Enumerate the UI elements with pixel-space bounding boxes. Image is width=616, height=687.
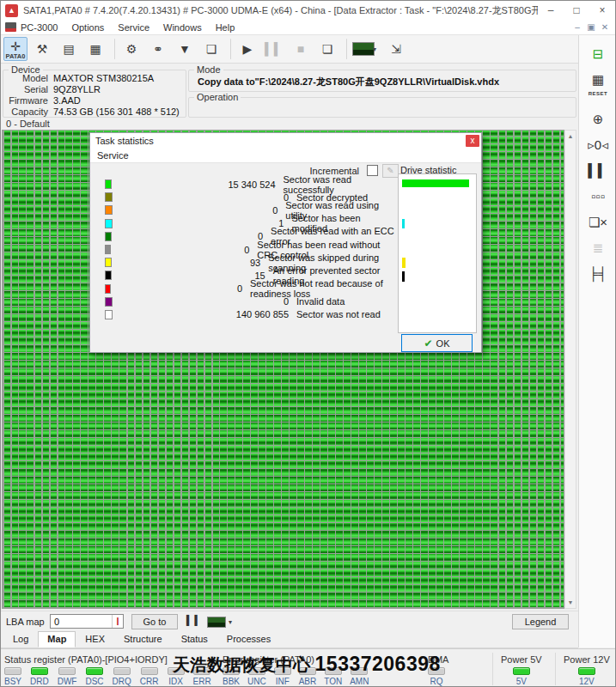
map-style-dropdown[interactable]: ▾ [205,614,240,629]
menu-service[interactable]: Service [118,22,158,33]
menu-pc-3000[interactable]: PC-3000 [21,22,66,33]
tab-processes[interactable]: Processes [217,631,280,647]
stop-button[interactable]: ■ [289,37,313,61]
statusbar-separator [555,653,556,685]
operation-panel-label: Operation [194,92,241,102]
map-pause-button[interactable]: ▍▍ [186,615,202,629]
statistics-row: 15 340 524 Sector was read successfully [90,178,396,191]
led-indicator [578,667,595,675]
legend-color-swatch [105,258,112,267]
power-12v-group: Power 12V 12V [564,654,610,686]
mdi-restore-button[interactable]: ▣ [586,22,596,32]
led-label: AMN [350,677,369,686]
ok-button-label: OK [436,338,450,349]
device-panel-label: Device [9,64,43,75]
led-indicator [86,667,103,675]
tab-status[interactable]: Status [172,631,217,647]
exit-button[interactable]: ⇲ [384,37,408,61]
head-test-icon[interactable]: ⊕ [593,112,604,126]
map-scrollbar[interactable]: ▲ ▼ [564,130,576,609]
right-toolbar: ⊟ ▦ RESET ⊕ ▹0◃ ▍▍ ▫▫ [578,35,616,647]
legend-button[interactable]: Legend [512,614,569,629]
scroll-down-icon[interactable]: ▼ [568,597,574,608]
chevron-down-icon: ▾ [229,618,232,626]
goto-button[interactable]: Go to [131,614,178,629]
register-led: CRR [140,667,159,686]
search-binoculars-button[interactable]: ⚭ [146,37,170,61]
led-label: ERR [193,677,211,686]
device-info-row: Capacity 74.53 GB (156 301 488 * 512) [3,106,186,118]
dialog-title-bar[interactable]: Task statistics x [90,133,481,149]
toolbar-separator[interactable] [346,39,347,59]
toolbar-icon: ⚒ [37,42,48,56]
script-button[interactable]: ▤ [57,37,81,61]
statistics-row: 0 Sector was not read because of readine… [90,283,396,295]
tab-map[interactable]: Map [38,631,76,647]
report-button[interactable]: ▦ [83,37,107,61]
play-button[interactable]: ▶ [235,37,259,61]
legend-color-swatch [105,284,111,294]
device-info-row: Firmware 3.AAD [3,95,186,106]
right-toolbar-icon: ❏× [589,216,607,229]
pause-task-icon[interactable]: ▍▍ [588,164,607,178]
minimize-button[interactable]: – [538,1,564,20]
toolbar-icon: ▍▍ [265,42,284,56]
heads-zero-icon[interactable]: ▹0◃ [588,138,607,152]
queue-play-icon[interactable]: ≣ [593,241,604,255]
statistic-value: 0 [113,296,289,307]
status-bar: Status register (PATA0)-[PIO4+IORDY] BSY… [1,648,616,687]
power-connector-icon[interactable]: ╞╡ [589,267,607,281]
dialog-menu-service[interactable]: Service [97,150,129,161]
app-logo-icon: ▲ [5,4,18,17]
device-field-label: Serial [3,84,48,95]
tab-hex[interactable]: HEX [76,631,114,647]
drive-statistic-bar [402,271,405,282]
dialog-close-button[interactable]: x [466,135,479,147]
right-toolbar-icon-label: RESET [589,87,608,100]
led-label: DRD [30,677,49,686]
tab-structure[interactable]: Structure [114,631,172,647]
filter-button[interactable]: ▼ [173,37,197,61]
map-view-button[interactable]: ▾ [351,37,375,61]
led-indicator [58,667,76,675]
menu-options[interactable]: Options [71,22,113,33]
led-indicator [4,667,21,675]
map-thumbnail-icon [352,42,375,56]
menu-windows[interactable]: Windows [163,22,210,33]
legend-color-swatch [105,205,113,215]
ok-button[interactable]: ✔ OK [401,334,473,352]
copies-button[interactable]: ❏ [315,37,339,61]
scroll-up-icon[interactable]: ▲ [568,131,574,142]
legend-color-swatch [105,219,113,228]
delete-copies-icon[interactable]: ❏× [589,216,607,229]
led-label: 5V [516,677,527,686]
statistic-value: 0 [113,192,289,203]
reset-icon[interactable]: ▦ RESET [589,73,608,100]
led-indicator [31,667,48,675]
statistic-value: 0 [112,231,263,241]
sector-chain-icon[interactable]: ▫▫▫ [591,190,605,204]
utility-button[interactable]: ⚙ [119,37,143,61]
led-indicator [113,667,131,675]
mdi-minimize-button[interactable]: – [572,22,582,32]
folder-button[interactable]: ❏ [199,37,223,61]
tab-log[interactable]: Log [3,631,38,647]
lba-input[interactable]: 0 ❙ [50,614,124,629]
statusbar-separator [492,653,493,685]
virtual-disk-copy-icon[interactable]: ⊟ [593,47,604,61]
mdi-close-button[interactable]: ✕ [600,22,610,32]
pause-button[interactable]: ▍▍ [262,37,286,61]
toolbar-separator[interactable] [114,39,115,59]
maximize-button[interactable]: □ [564,1,589,20]
menu-help[interactable]: Help [216,22,244,33]
tools-button[interactable]: ⚒ [30,37,54,61]
power-led: 12V [564,667,610,686]
power-5v-group: Power 5V 5V [501,654,542,686]
drive-statistic-bar [402,258,406,268]
port-pata0-button[interactable]: ✛ PATA0 [3,37,27,61]
toolbar-icon: ■ [297,42,304,56]
toolbar-separator[interactable] [230,39,231,59]
lba-history-icon[interactable]: ❙ [112,615,123,628]
menu-bar: PC-3000 Options Service Windows Help – ▣… [1,20,615,35]
close-button[interactable]: × [589,1,615,20]
